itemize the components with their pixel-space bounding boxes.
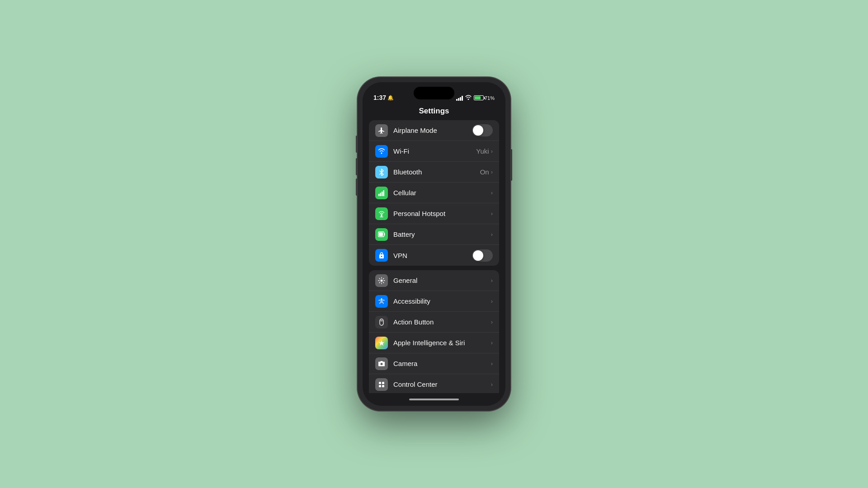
bluetooth-icon (375, 166, 388, 178)
svg-rect-3 (383, 190, 385, 196)
action-button-chevron: › (491, 319, 493, 325)
svg-rect-16 (379, 382, 381, 384)
accessibility-label: Accessibility (393, 297, 491, 305)
general-icon (375, 274, 388, 287)
phone-container: 1:37 🔔 71% (357, 77, 511, 411)
page-title-bar: Settings (363, 105, 505, 120)
status-time: 1:37 🔔 (373, 94, 394, 101)
general-chevron: › (491, 277, 493, 284)
cellular-icon (375, 187, 388, 199)
cellular-label: Cellular (393, 189, 491, 197)
control-center-icon (375, 378, 388, 391)
airplane-mode-label: Airplane Mode (393, 127, 472, 134)
svg-rect-13 (380, 319, 383, 325)
apple-intelligence-label: Apple Intelligence & Siri (393, 339, 491, 347)
status-icons: 71% (456, 94, 495, 101)
battery-icon: 71% (474, 95, 495, 101)
bluetooth-value: On (480, 168, 489, 176)
row-cellular[interactable]: Cellular › (369, 183, 499, 203)
svg-point-10 (381, 256, 382, 257)
action-button-icon (375, 316, 388, 328)
svg-rect-0 (378, 194, 380, 196)
apple-intelligence-chevron: › (491, 339, 493, 346)
page-title: Settings (419, 107, 449, 115)
control-center-label: Control Center (393, 380, 491, 388)
hotspot-chevron: › (491, 210, 493, 217)
camera-chevron: › (491, 360, 493, 367)
accessibility-chevron: › (491, 298, 493, 305)
vpn-label: VPN (393, 252, 472, 259)
section-network: Airplane Mode Wi-Fi Yuki (369, 120, 499, 266)
bluetooth-label: Bluetooth (393, 168, 480, 176)
row-camera[interactable]: Camera › (369, 353, 499, 374)
battery-chevron: › (491, 231, 493, 238)
battery-settings-icon (375, 228, 388, 241)
home-indicator (363, 393, 505, 406)
bell-icon: 🔔 (387, 95, 394, 101)
control-center-chevron: › (491, 381, 493, 388)
apple-intelligence-icon (375, 337, 388, 349)
cellular-chevron: › (491, 189, 493, 196)
status-bar: 1:37 🔔 71% (363, 82, 505, 105)
signal-icon (456, 95, 463, 101)
row-airplane-mode[interactable]: Airplane Mode (369, 120, 499, 141)
accessibility-icon (375, 295, 388, 308)
svg-rect-19 (382, 385, 384, 387)
row-bluetooth[interactable]: Bluetooth On › (369, 162, 499, 183)
airplane-mode-toggle[interactable] (472, 124, 493, 136)
phone-screen: 1:37 🔔 71% (363, 82, 505, 406)
svg-rect-2 (382, 192, 383, 196)
svg-rect-1 (380, 192, 382, 196)
bluetooth-chevron: › (491, 169, 493, 175)
row-accessibility[interactable]: Accessibility › (369, 291, 499, 312)
time-text: 1:37 (373, 94, 386, 101)
battery-percent: 71% (485, 95, 495, 101)
row-apple-intelligence[interactable]: Apple Intelligence & Siri › (369, 333, 499, 353)
hotspot-label: Personal Hotspot (393, 210, 491, 217)
airplane-mode-icon (375, 124, 388, 137)
vpn-icon (375, 249, 388, 262)
settings-content[interactable]: Airplane Mode Wi-Fi Yuki (363, 120, 505, 393)
svg-rect-8 (379, 233, 383, 236)
row-battery[interactable]: Battery › (369, 224, 499, 245)
row-wifi[interactable]: Wi-Fi Yuki › (369, 141, 499, 162)
camera-icon (375, 357, 388, 370)
row-action-button[interactable]: Action Button › (369, 312, 499, 333)
row-vpn[interactable]: VPN (369, 245, 499, 266)
wifi-label: Wi-Fi (393, 147, 476, 155)
camera-label: Camera (393, 360, 491, 367)
vpn-toggle[interactable] (472, 249, 493, 262)
battery-label: Battery (393, 230, 491, 238)
wifi-icon (465, 94, 472, 101)
wifi-chevron: › (491, 148, 493, 155)
row-control-center[interactable]: Control Center › (369, 374, 499, 393)
hotspot-icon (375, 207, 388, 220)
home-bar (409, 399, 459, 400)
action-button-label: Action Button (393, 318, 491, 326)
svg-rect-18 (379, 385, 381, 387)
svg-point-12 (381, 298, 382, 300)
wifi-value: Yuki (476, 147, 489, 155)
svg-point-15 (381, 363, 383, 365)
wifi-settings-icon (375, 145, 388, 158)
dynamic-island (414, 87, 454, 99)
section-general: General › Accessibility › (369, 270, 499, 393)
svg-rect-17 (382, 382, 384, 384)
row-personal-hotspot[interactable]: Personal Hotspot › (369, 203, 499, 224)
general-label: General (393, 277, 491, 284)
row-general[interactable]: General › (369, 270, 499, 291)
svg-point-11 (381, 279, 383, 282)
